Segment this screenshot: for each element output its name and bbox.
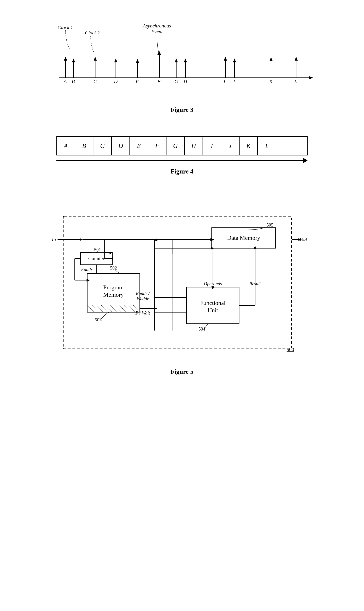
- letter-g: G: [174, 78, 178, 84]
- label-raddr-waddr: Raddr /: [136, 291, 150, 296]
- clock2-label: Clock 2: [85, 30, 101, 35]
- figure4-container: A B C D E F G H I J K L Figure 4: [56, 136, 308, 184]
- arrow-head: [303, 158, 308, 163]
- fu-label1: Functional: [200, 300, 225, 306]
- letter-c: C: [93, 78, 97, 84]
- clock1-pointer: [65, 30, 70, 50]
- figure5-svg: 500 In Out Data Memory 505: [45, 203, 319, 363]
- cell-b: B: [75, 137, 93, 155]
- cell-j: J: [221, 137, 240, 155]
- arrow-f-head: [157, 51, 161, 55]
- cell-i: I: [203, 137, 221, 155]
- figure5-container: 500 In Out Data Memory 505: [45, 203, 319, 384]
- letter-d: D: [114, 78, 117, 84]
- cell-c: C: [93, 137, 112, 155]
- letter-k: K: [269, 78, 273, 84]
- letter-f: F: [157, 78, 160, 84]
- letter-b: B: [72, 78, 75, 84]
- arrow-b-head: [72, 58, 75, 62]
- arrow-line: [56, 160, 303, 161]
- arrow-h-head: [184, 58, 187, 62]
- cell-k: K: [240, 137, 258, 155]
- arrow-k-head: [270, 57, 273, 61]
- arrow-i-head: [224, 57, 227, 61]
- figure3-container: Clock 1 Clock 2 Asynchronous Event A: [45, 23, 319, 122]
- page: Clock 1 Clock 2 Asynchronous Event A: [0, 0, 364, 611]
- letter-e: E: [135, 78, 139, 84]
- cell-g: G: [167, 137, 185, 155]
- program-memory-label1: Program: [103, 284, 124, 291]
- cell-d: D: [112, 137, 130, 155]
- cell-f: F: [148, 137, 167, 155]
- in-arrow: [80, 238, 83, 241]
- arrow-l-head: [295, 57, 298, 61]
- async-label-line2: Event: [151, 29, 163, 35]
- timeline-arrow: [309, 76, 313, 79]
- cell-a: A: [57, 137, 75, 155]
- data-memory-label: Data Memory: [227, 234, 260, 241]
- arrow-c-head: [94, 57, 97, 61]
- cell-l: L: [258, 137, 276, 155]
- figure4-caption: Figure 4: [56, 168, 308, 175]
- clock1-label: Clock 1: [58, 25, 73, 30]
- label-waddr: Waddr: [137, 296, 149, 301]
- arrow-g-head: [175, 58, 178, 62]
- async-label-line1: Asynchronous: [142, 23, 171, 28]
- label-f-wait: F / Wait: [135, 311, 150, 315]
- arrow-j-head: [233, 58, 236, 62]
- cell-e: E: [130, 137, 148, 155]
- letter-a: A: [63, 78, 67, 84]
- figure4-cells: A B C D E F G H I J K L: [56, 136, 308, 155]
- fu-label2: Unit: [208, 307, 218, 314]
- letter-i: I: [223, 78, 226, 84]
- counter-label: Counter: [88, 256, 105, 261]
- program-memory-label2: Memory: [103, 291, 124, 298]
- label-502: 502: [110, 265, 117, 271]
- figure4-arrow: [56, 158, 308, 163]
- figure5-caption: Figure 5: [45, 368, 319, 375]
- label-505: 505: [266, 222, 273, 228]
- clock2-pointer: [91, 36, 94, 53]
- arrow-a-head: [64, 57, 67, 61]
- letter-j: J: [233, 78, 235, 84]
- figure3-caption: Figure 3: [45, 106, 319, 113]
- label-faddr: Faddr: [81, 267, 92, 272]
- label-in: In: [52, 236, 56, 242]
- figure3-svg: Clock 1 Clock 2 Asynchronous Event A: [45, 23, 319, 101]
- arrow-e-head: [136, 59, 139, 63]
- cell-h: H: [185, 137, 203, 155]
- arrow-d-head: [114, 58, 117, 62]
- label-501: 501: [94, 247, 101, 252]
- letter-l: L: [294, 78, 297, 84]
- letter-h: H: [183, 78, 187, 84]
